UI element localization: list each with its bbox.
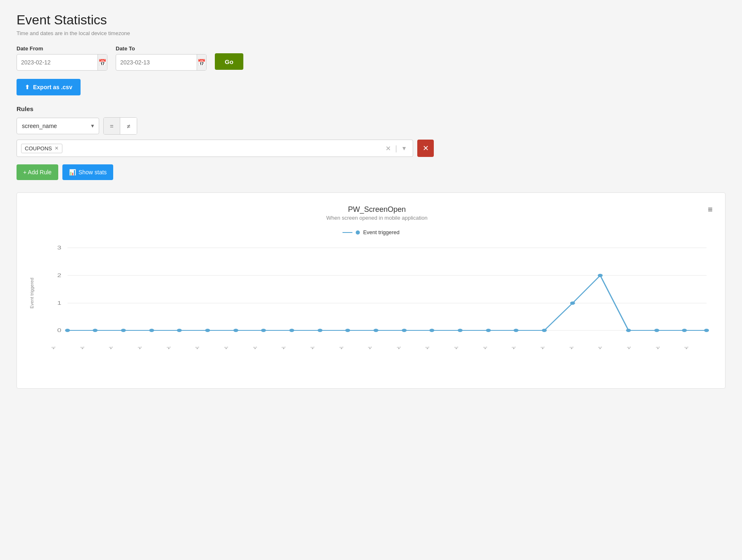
go-button[interactable]: Go: [215, 53, 243, 70]
x-label-4: 2023-02-12 08:00: [166, 347, 190, 350]
data-point-5: [205, 329, 210, 332]
x-label-16: 2023-02-13 08:00: [511, 347, 535, 350]
x-label-6: 2023-02-12 12:00: [224, 347, 247, 350]
date-from-group: Date From 📅: [17, 45, 107, 71]
svg-text:0: 0: [57, 327, 62, 333]
date-from-input[interactable]: [17, 59, 98, 66]
data-point-8: [289, 329, 294, 332]
legend-line: [342, 232, 352, 233]
data-point-1: [93, 329, 98, 332]
chart-title: PW_ScreenOpen: [46, 205, 708, 214]
export-icon: ⬆: [25, 84, 30, 90]
x-label-22: 2023-02-13 20:00: [684, 347, 707, 350]
chart-menu-button[interactable]: ≡: [708, 205, 713, 214]
date-to-label: Date To: [116, 45, 207, 52]
data-point-2: [121, 329, 126, 332]
action-row: + Add Rule 📊 Show stats: [17, 164, 725, 180]
data-point-14: [458, 329, 463, 332]
data-point-17: [542, 329, 547, 332]
x-label-0: 2023-02-12 …: [51, 347, 71, 350]
data-point-9: [318, 329, 323, 332]
data-point-10: [345, 329, 350, 332]
x-label-21: 2023-02-13 18:00: [655, 347, 679, 350]
date-from-label: Date From: [17, 45, 107, 52]
x-label-13: 2023-02-13 02:00: [425, 347, 448, 350]
data-point-16: [514, 329, 518, 332]
tag-dropdown-button[interactable]: ▼: [400, 145, 409, 152]
x-label-3: 2023-02-12 06:00: [137, 347, 161, 350]
tag-close-icon[interactable]: ✕: [55, 146, 59, 151]
data-point-7: [261, 329, 266, 332]
data-point-6: [233, 329, 238, 332]
operator-group: = ≠: [103, 117, 137, 135]
data-point-23: [704, 329, 709, 332]
x-label-9: 2023-02-12 18:00: [310, 347, 333, 350]
date-to-input[interactable]: [116, 59, 197, 66]
x-label-1: 2023-02-12 02:00: [80, 347, 103, 350]
page-subtitle: Time and dates are in the local device t…: [17, 30, 725, 36]
chart-container: PW_ScreenOpen When screen opened in mobi…: [17, 192, 725, 389]
data-point-21: [654, 329, 659, 332]
chart-svg: 3 2 1 0: [37, 240, 713, 347]
rule-field-select[interactable]: screen_name: [17, 118, 99, 134]
show-stats-button[interactable]: 📊 Show stats: [62, 164, 113, 180]
data-point-18: [570, 301, 575, 305]
x-label-10: 2023-02-12 20:00: [339, 347, 362, 350]
chart-svg-wrap: Event triggered 3 2 1 0: [29, 240, 713, 347]
show-stats-label: Show stats: [78, 169, 107, 176]
operator-equals-button[interactable]: =: [104, 118, 120, 134]
x-axis-labels: 2023-02-12 …2023-02-12 02:002023-02-12 0…: [51, 347, 713, 380]
data-point-0: [65, 329, 70, 332]
svg-text:1: 1: [57, 300, 62, 306]
date-to-input-wrap: 📅: [116, 54, 207, 71]
x-label-20: 2023-02-13 16:00: [626, 347, 650, 350]
date-to-group: Date To 📅: [116, 45, 207, 71]
data-point-22: [682, 329, 687, 332]
x-label-18: 2023-02-13 12:00: [569, 347, 592, 350]
x-label-7: 2023-02-12 14:00: [252, 347, 276, 350]
x-label-12: 2023-02-13 00:00: [396, 347, 420, 350]
data-point-19: [598, 274, 603, 277]
bar-chart-icon: 📊: [69, 169, 76, 176]
svg-text:3: 3: [57, 245, 62, 250]
x-label-8: 2023-02-12 16:00: [281, 347, 304, 350]
tag-coupons: COUPONS ✕: [21, 144, 62, 153]
export-csv-button[interactable]: ⬆ Export as .csv: [17, 79, 81, 95]
svg-text:2: 2: [57, 273, 62, 278]
date-from-input-wrap: 📅: [17, 54, 107, 71]
chart-legend: Event triggered: [29, 229, 713, 235]
tag-label: COUPONS: [25, 145, 52, 152]
x-label-14: 2023-02-13 04:00: [454, 347, 477, 350]
data-point-11: [373, 329, 378, 332]
operator-not-equals-button[interactable]: ≠: [120, 118, 137, 134]
rules-label: Rules: [17, 105, 725, 112]
legend-label: Event triggered: [363, 229, 400, 235]
x-label-17: 2023-02-13 10:00: [540, 347, 564, 350]
data-point-15: [486, 329, 491, 332]
rule-select-wrap: screen_name ▼: [17, 118, 99, 134]
data-point-13: [429, 329, 434, 332]
date-to-calendar-button[interactable]: 📅: [197, 55, 206, 70]
x-label-5: 2023-02-12 10:00: [195, 347, 218, 350]
tag-input-wrap[interactable]: COUPONS ✕ ✕ | ▼: [17, 140, 413, 157]
remove-rule-icon: ✕: [423, 144, 429, 153]
y-axis-label: Event triggered: [29, 240, 34, 347]
data-point-20: [626, 329, 631, 332]
date-row: Date From 📅 Date To 📅 Go: [17, 45, 725, 71]
x-label-2: 2023-02-12 04:00: [108, 347, 132, 350]
remove-rule-button[interactable]: ✕: [417, 140, 434, 157]
legend-dot: [356, 230, 360, 235]
data-point-12: [402, 329, 407, 332]
chart-title-area: PW_ScreenOpen When screen opened in mobi…: [46, 205, 708, 221]
x-label-15: 2023-02-13 06:00: [483, 347, 506, 350]
add-rule-button[interactable]: + Add Rule: [17, 164, 58, 180]
rules-row: screen_name ▼ = ≠: [17, 117, 725, 135]
tag-input-row: COUPONS ✕ ✕ | ▼ ✕: [17, 140, 725, 157]
date-from-calendar-button[interactable]: 📅: [98, 55, 107, 70]
data-point-3: [149, 329, 154, 332]
chart-description: When screen opened in mobile application: [46, 215, 708, 221]
tag-clear-button[interactable]: ✕: [384, 145, 392, 152]
chart-header: PW_ScreenOpen When screen opened in mobi…: [29, 205, 713, 221]
export-label: Export as .csv: [33, 84, 72, 90]
x-label-19: 2023-02-13 14:00: [597, 347, 621, 350]
